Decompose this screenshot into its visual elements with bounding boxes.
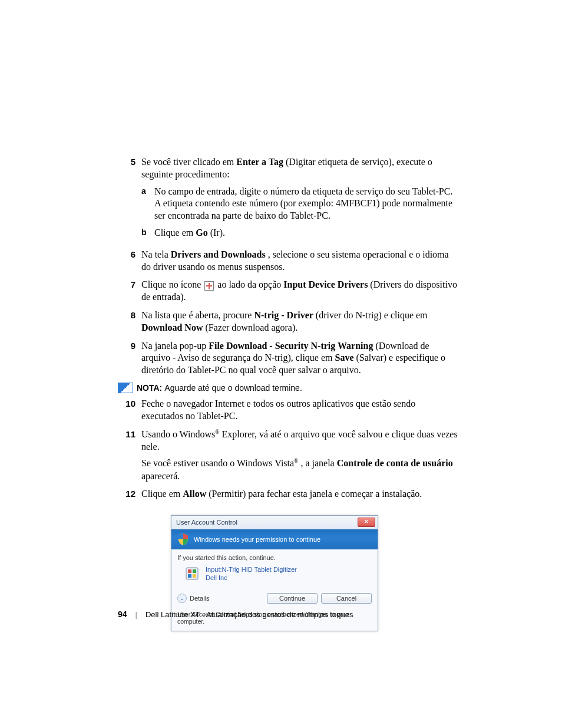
- page-footer: 94 | Dell Latitude XT - Atualização dos …: [118, 610, 353, 619]
- step-body: Clique em Allow (Permitir) para fechar e…: [141, 488, 459, 500]
- step-number: 9: [118, 340, 141, 352]
- uac-app-name: Input:N-Trig HID Tablet Digitizer: [206, 566, 297, 574]
- text: (Permitir) para fechar esta janela e com…: [209, 489, 422, 499]
- bold-text: Enter a Tag: [236, 157, 283, 167]
- document-page: 5 Se você tiver clicado em Enter a Tag (…: [0, 0, 562, 728]
- substep-body: Clique em Go (Ir).: [154, 227, 459, 239]
- step-7: 7 Clique no ícone ao lado da opção Input…: [118, 279, 459, 304]
- step-6: 6 Na tela Drivers and Downloads , seleci…: [118, 249, 459, 274]
- substep-body: No campo de entrada, digite o número da …: [154, 186, 459, 222]
- step-10: 10 Feche o navegador Internet e todos os…: [118, 398, 459, 423]
- bold-text: Download Now: [141, 322, 203, 332]
- plus-icon: [204, 281, 214, 291]
- step-body: Na janela pop-up File Download - Securit…: [141, 340, 459, 377]
- step-number: 10: [118, 398, 141, 410]
- step-body: Feche o navegador Internet e todos os ou…: [141, 398, 459, 423]
- installer-icon: [184, 566, 200, 581]
- details-toggle[interactable]: ⌄ Details: [177, 594, 210, 603]
- substep-letter: b: [141, 227, 154, 238]
- step-body: Se você tiver clicado em Enter a Tag (Di…: [141, 156, 459, 243]
- svg-rect-3: [188, 574, 191, 578]
- step-11: 11 Usando o Windows® Explorer, vá até o …: [118, 429, 459, 483]
- shield-icon: [177, 533, 189, 546]
- details-label: Details: [190, 595, 210, 602]
- step-5: 5 Se você tiver clicado em Enter a Tag (…: [118, 156, 459, 243]
- note-icon: [118, 383, 133, 393]
- bold-text: N-trig - Driver: [254, 310, 313, 320]
- svg-rect-4: [193, 574, 196, 578]
- svg-rect-2: [193, 569, 196, 573]
- text: Se você estiver usando o Windows Vista: [141, 459, 294, 469]
- step-number: 12: [118, 488, 141, 500]
- bold-text: Go: [196, 228, 207, 238]
- step-number: 8: [118, 309, 141, 321]
- page-number: 94: [118, 610, 127, 619]
- note-row: NOTA: Aguarde até que o download termine…: [118, 383, 459, 393]
- substep-a: a No campo de entrada, digite o número d…: [141, 186, 459, 222]
- bold-text: File Download - Security N-trig Warning: [209, 341, 373, 351]
- text: ao lado da opção: [217, 279, 283, 289]
- continue-button[interactable]: Continue: [267, 593, 318, 604]
- substep-letter: a: [141, 186, 154, 196]
- chevron-down-icon: ⌄: [177, 594, 187, 603]
- close-button[interactable]: ✕: [358, 518, 375, 527]
- text: Se você tiver clicado em: [141, 157, 236, 167]
- note-label: NOTA:: [137, 383, 162, 393]
- cancel-button[interactable]: Cancel: [321, 593, 372, 604]
- bold-text: Drivers and Downloads: [171, 249, 266, 259]
- text: Clique em: [141, 489, 183, 499]
- bold-text: Save: [335, 353, 354, 363]
- note-text: Aguarde até que o download termine.: [164, 383, 302, 393]
- step-body: Clique no ícone ao lado da opção Input D…: [141, 279, 459, 304]
- step-9: 9 Na janela pop-up File Download - Secur…: [118, 340, 459, 377]
- uac-headline: Windows needs your permission to continu…: [194, 536, 320, 543]
- footer-text: Dell Latitude XT - Atualização dos gesto…: [146, 610, 353, 619]
- bold-text: Allow: [183, 489, 206, 499]
- uac-app-publisher: Dell Inc: [206, 574, 297, 582]
- text: Na janela pop-up: [141, 341, 209, 351]
- step-number: 6: [118, 249, 141, 261]
- substep-b: b Clique em Go (Ir).: [141, 227, 459, 239]
- uac-app-info: Input:N-Trig HID Tablet Digitizer Dell I…: [206, 566, 297, 582]
- uac-title: User Account Control: [176, 519, 237, 526]
- svg-rect-1: [188, 569, 191, 573]
- text: (Fazer download agora).: [205, 322, 297, 332]
- text: Na lista que é aberta, procure: [141, 310, 254, 320]
- step-body: Na tela Drivers and Downloads , selecion…: [141, 249, 459, 274]
- text: Clique no ícone: [141, 279, 203, 289]
- step-body: Na lista que é aberta, procure N-trig - …: [141, 309, 459, 334]
- step-8: 8 Na lista que é aberta, procure N-trig …: [118, 309, 459, 334]
- uac-headline-band: Windows needs your permission to continu…: [171, 529, 378, 549]
- footer-separator: |: [135, 610, 137, 619]
- uac-controls: ⌄ Details Continue Cancel: [177, 589, 372, 607]
- text: Na tela: [141, 249, 171, 259]
- step-number: 7: [118, 279, 141, 291]
- registered-mark: ®: [294, 457, 298, 464]
- text: Usando o Windows: [141, 429, 215, 439]
- step-number: 11: [118, 429, 141, 440]
- text: Clique em: [154, 228, 196, 238]
- step-number: 5: [118, 156, 141, 168]
- uac-app-row: Input:N-Trig HID Tablet Digitizer Dell I…: [184, 566, 372, 582]
- text: aparecerá.: [141, 471, 180, 481]
- step-body: Usando o Windows® Explorer, vá até o arq…: [141, 429, 459, 483]
- bold-text: Controle de conta de usuário: [337, 459, 453, 469]
- text: , a janela: [300, 459, 336, 469]
- registered-mark: ®: [215, 429, 219, 435]
- uac-button-row: Continue Cancel: [267, 593, 372, 604]
- text: (driver do N-trig) e clique em: [316, 310, 428, 320]
- bold-text: Input Device Drivers: [283, 279, 368, 289]
- step-12: 12 Clique em Allow (Permitir) para fecha…: [118, 488, 459, 500]
- uac-titlebar: User Account Control ✕: [171, 516, 378, 529]
- uac-started-text: If you started this action, continue.: [177, 554, 372, 561]
- text: (Ir).: [210, 228, 225, 238]
